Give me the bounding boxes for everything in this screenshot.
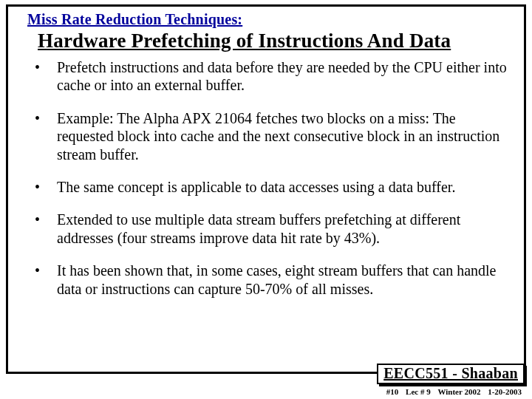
footer-date: 1-20-2003 [488, 387, 522, 396]
list-item: Extended to use multiple data stream buf… [33, 211, 509, 247]
bullet-list: Prefetch instructions and data before th… [8, 52, 524, 298]
footer-term: Winter 2002 [437, 387, 480, 396]
slide-frame: Miss Rate Reduction Techniques: Hardware… [6, 4, 526, 374]
slide-subtitle: Hardware Prefetching of Instructions And… [8, 30, 524, 52]
footer-course-box: EECC551 - Shaaban [377, 364, 525, 384]
list-item: It has been shown that, in some cases, e… [33, 262, 509, 298]
list-item: Prefetch instructions and data before th… [33, 58, 509, 95]
footer-lecture: Lec # 9 [406, 387, 431, 396]
list-item: The same concept is applicable to data a… [33, 178, 509, 196]
slide-heading: Miss Rate Reduction Techniques: [8, 11, 524, 28]
footer-course: EECC551 - Shaaban [383, 365, 518, 381]
footer-meta: #10 Lec # 9 Winter 2002 1-20-2003 [381, 387, 522, 396]
footer-slide-no: #10 [386, 387, 399, 396]
list-item: Example: The Alpha APX 21064 fetches two… [33, 109, 509, 163]
